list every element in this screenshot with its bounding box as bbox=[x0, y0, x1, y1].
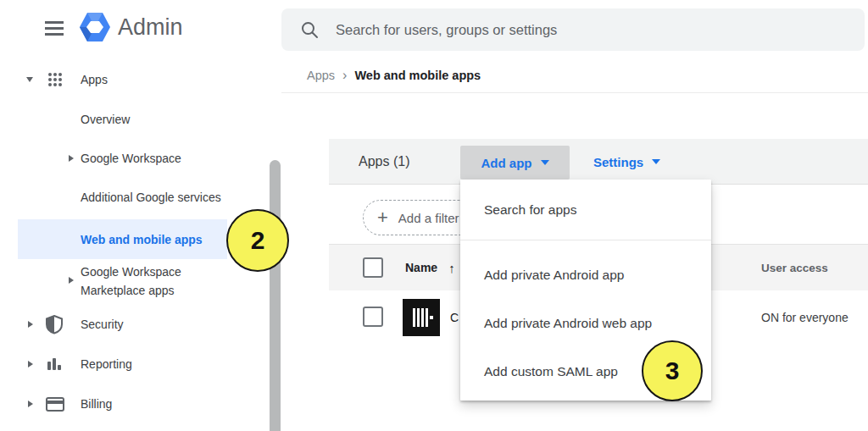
sidebar-item-billing[interactable]: Billing bbox=[81, 394, 112, 414]
name-header-label: Name bbox=[405, 261, 437, 274]
chevron-down-icon[interactable] bbox=[26, 77, 33, 82]
app-row-name[interactable]: C bbox=[450, 307, 459, 328]
row-checkbox[interactable] bbox=[363, 307, 383, 327]
divider bbox=[281, 92, 868, 93]
apps-grid-icon bbox=[47, 72, 63, 91]
column-header-name[interactable]: Name ↑ bbox=[405, 245, 455, 290]
credit-card-billing-icon bbox=[46, 397, 64, 415]
settings-button[interactable]: Settings bbox=[593, 139, 660, 185]
settings-button-label: Settings bbox=[593, 155, 643, 169]
global-search-input[interactable]: Search for users, groups or settings bbox=[281, 8, 865, 51]
sidebar-item-google-workspace[interactable]: Google Workspace bbox=[81, 148, 181, 169]
sidebar-scrollbar[interactable] bbox=[270, 160, 281, 431]
sidebar-item-reporting[interactable]: Reporting bbox=[81, 354, 132, 374]
marketplace-label-line2: Marketplace apps bbox=[81, 281, 181, 300]
select-all-checkbox[interactable] bbox=[363, 257, 383, 278]
marketplace-label-line1: Google Workspace bbox=[81, 262, 181, 281]
breadcrumb: Apps › Web and mobile apps bbox=[307, 68, 481, 83]
product-title: Admin bbox=[118, 14, 183, 41]
sidebar-item-apps[interactable]: Apps bbox=[81, 69, 108, 90]
search-icon bbox=[300, 20, 319, 42]
shield-security-icon bbox=[46, 315, 63, 338]
sidebar-item-web-and-mobile-apps[interactable]: Web and mobile apps bbox=[81, 229, 203, 250]
sidebar-item-marketplace-apps[interactable]: Google Workspace Marketplace apps bbox=[81, 262, 181, 300]
column-header-user-access: User access bbox=[761, 245, 828, 290]
step-2-annotation-badge: 2 bbox=[226, 209, 289, 272]
add-filter-label: Add a filter bbox=[398, 211, 459, 225]
chevron-down-icon bbox=[652, 159, 660, 164]
sidebar-item-overview[interactable]: Overview bbox=[81, 109, 130, 130]
breadcrumb-current: Web and mobile apps bbox=[354, 69, 481, 82]
google-admin-logo-icon[interactable] bbox=[79, 12, 111, 46]
chevron-right-icon[interactable] bbox=[69, 277, 74, 284]
bar-chart-reporting-icon bbox=[46, 356, 63, 375]
menu-item-search-for-apps[interactable]: Search for apps bbox=[460, 180, 711, 240]
breadcrumb-parent[interactable]: Apps bbox=[307, 69, 335, 82]
chevron-right-icon[interactable] bbox=[28, 361, 33, 367]
sort-ascending-icon: ↑ bbox=[448, 261, 455, 275]
hamburger-menu-icon[interactable] bbox=[45, 21, 64, 36]
step-3-annotation-badge: 3 bbox=[642, 340, 703, 401]
divider bbox=[460, 240, 711, 240]
app-row-user-access: ON for everyone bbox=[761, 307, 849, 328]
chevron-right-icon[interactable] bbox=[28, 401, 33, 407]
sidebar-item-additional-google-services[interactable]: Additional Google services bbox=[81, 187, 221, 207]
chevron-down-icon bbox=[541, 160, 549, 165]
add-app-button-label: Add app bbox=[481, 156, 532, 170]
plus-icon: + bbox=[377, 208, 388, 227]
add-app-button[interactable]: Add app bbox=[460, 146, 570, 180]
search-placeholder: Search for users, groups or settings bbox=[336, 8, 557, 51]
admin-console-screen: Admin Search for users, groups or settin… bbox=[0, 0, 868, 431]
breadcrumb-separator-icon: › bbox=[342, 68, 347, 83]
apps-count-label: Apps (1) bbox=[359, 139, 409, 185]
chevron-right-icon[interactable] bbox=[28, 321, 33, 328]
sidebar-item-security[interactable]: Security bbox=[81, 314, 124, 334]
apps-toolbar: Apps (1) Add app Settings bbox=[329, 139, 868, 185]
app-logo-icon bbox=[403, 299, 440, 340]
chevron-right-icon[interactable] bbox=[69, 155, 74, 162]
menu-item-add-private-android-app[interactable]: Add private Android app bbox=[460, 251, 711, 299]
